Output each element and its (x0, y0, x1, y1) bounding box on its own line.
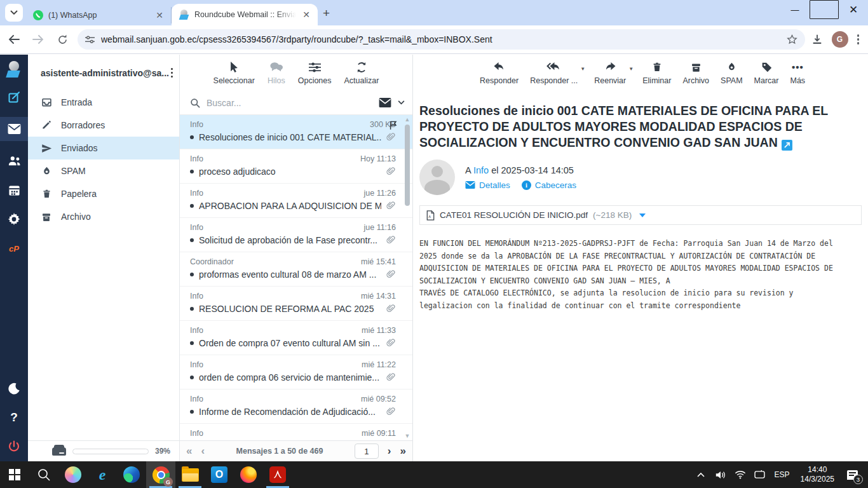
next-page-button[interactable]: › (388, 445, 391, 458)
refresh-button[interactable]: Actualizar (344, 61, 379, 85)
display-connect-icon[interactable] (752, 465, 768, 484)
last-page-button[interactable]: » (400, 445, 406, 458)
mark-button[interactable]: Marcar (754, 61, 779, 85)
scroll-down-icon[interactable]: ▼ (405, 433, 410, 439)
list-item[interactable]: Info300 KB Resoluciones de inicio 001 CA… (180, 115, 412, 149)
dark-mode-moon-icon[interactable] (0, 379, 28, 398)
mail-nav-icon[interactable] (0, 117, 28, 141)
attachment-menu-icon[interactable] (639, 214, 646, 217)
edge-button[interactable] (117, 461, 146, 488)
attachment-item[interactable]: A CATE01 RESOLUCIÓN DE INICIO.pdf (~218 … (419, 205, 862, 225)
file-explorer-button[interactable] (175, 461, 205, 488)
internet-explorer-button[interactable]: e (88, 461, 117, 488)
account-menu-icon[interactable] (171, 68, 173, 78)
help-icon[interactable]: ? (0, 408, 28, 427)
attachment-name[interactable]: CATE01 RESOLUCIÓN DE INICIO.pdf (440, 210, 588, 220)
url-text[interactable]: webmail.sanjuan.gob.ec/cpsess3265394567/… (101, 34, 780, 44)
search-scope-mail-icon[interactable] (379, 98, 391, 107)
back-button[interactable] (4, 29, 24, 50)
forward-mail-button[interactable]: Reenviar ▼ (594, 61, 626, 85)
minimize-button[interactable]: — (780, 0, 810, 19)
notification-center-button[interactable]: 3 (843, 465, 862, 484)
address-bar[interactable]: webmail.sanjuan.gob.ec/cpsess3265394567/… (78, 29, 805, 50)
bookmark-star-icon[interactable] (787, 34, 797, 45)
tab-close-icon[interactable]: ✕ (154, 10, 165, 20)
new-tab-button[interactable]: + (323, 6, 330, 20)
prev-page-button[interactable]: ‹ (201, 445, 205, 458)
select-button[interactable]: Seleccionar (214, 61, 255, 85)
reply-button[interactable]: Responder (480, 61, 519, 85)
logout-power-icon[interactable] (0, 437, 28, 456)
cpanel-icon[interactable]: cP (0, 239, 28, 258)
reload-button[interactable] (52, 29, 72, 50)
message-count: Mensajes 1 a 50 de 469 (214, 447, 346, 456)
chrome-button[interactable]: G (146, 461, 175, 488)
sidebar-item-borradores[interactable]: Borradores (28, 114, 179, 137)
page-number-input[interactable] (355, 444, 379, 459)
more-button[interactable]: ••• Más (790, 61, 805, 85)
archive-button[interactable]: Archivo (682, 61, 709, 85)
scrollbar-thumb[interactable] (405, 125, 410, 206)
browser-menu-icon[interactable] (857, 34, 860, 44)
start-button[interactable] (0, 461, 29, 488)
clock[interactable]: 14:40 14/3/2025 (797, 465, 838, 484)
paperclip-icon (386, 132, 396, 142)
tray-expand-chevron-icon[interactable] (693, 465, 709, 484)
list-scrollbar[interactable]: ▲ ▼ (403, 115, 412, 440)
list-item[interactable]: Infojue 11:26 APROBACION PARA LA ADQUISI… (180, 184, 412, 218)
list-item[interactable]: InfoHoy 11:13 proceso adjudicaco (180, 149, 412, 184)
details-toggle[interactable]: Detalles (465, 180, 510, 190)
spam-button[interactable]: SPAM (721, 61, 743, 85)
search-options-chevron-icon[interactable] (398, 100, 405, 105)
compose-icon[interactable] (0, 88, 28, 107)
reply-all-dropdown-icon[interactable]: ▼ (580, 66, 585, 72)
options-button[interactable]: Opciones (298, 61, 332, 85)
site-settings-icon[interactable] (85, 36, 95, 44)
recipient-link[interactable]: Info (473, 165, 489, 175)
paperclip-icon (386, 407, 396, 417)
flag-icon[interactable] (388, 120, 398, 130)
firefox-button[interactable] (234, 461, 263, 488)
reply-all-icon (546, 61, 562, 74)
download-icon[interactable] (811, 34, 823, 45)
list-item[interactable]: Infomié 11:22 orden de compra 06 servici… (180, 355, 412, 390)
volume-icon[interactable] (713, 465, 728, 484)
delete-button[interactable]: Eliminar (642, 61, 671, 85)
calendar-icon[interactable] (0, 180, 28, 200)
headers-toggle[interactable]: i Cabeceras (522, 180, 576, 190)
tab-search-button[interactable] (5, 4, 23, 22)
first-page-button[interactable]: « (186, 445, 192, 458)
close-window-button[interactable]: ✕ (839, 0, 868, 19)
forward-button[interactable] (28, 29, 48, 50)
copilot-button[interactable] (58, 461, 88, 488)
sidebar-item-spam[interactable]: SPAM (28, 159, 179, 182)
restore-button[interactable] (810, 0, 839, 19)
threads-button[interactable]: Hilos (268, 61, 285, 85)
scroll-up-icon[interactable]: ▲ (405, 116, 410, 123)
forward-dropdown-icon[interactable]: ▼ (628, 66, 634, 72)
list-item[interactable]: Infojue 11:16 Solicitud de aprobación de… (180, 218, 412, 252)
wifi-icon[interactable] (733, 465, 748, 484)
outlook-button[interactable]: O (205, 461, 234, 488)
language-indicator[interactable]: ESP (772, 470, 792, 479)
settings-gear-icon[interactable] (0, 210, 28, 229)
profile-avatar[interactable]: G (832, 31, 848, 48)
list-item[interactable]: Infomié 09:52 Informe de Recomendación d… (180, 390, 412, 424)
contacts-icon[interactable] (0, 151, 28, 170)
sidebar-item-enviados[interactable]: Enviados (28, 137, 179, 159)
reply-all-button[interactable]: Responder ... ▼ (530, 61, 578, 85)
sidebar-item-entrada[interactable]: Entrada (28, 91, 179, 114)
list-item[interactable]: Infomié 11:33 Orden de compra 07 evento … (180, 321, 412, 355)
list-item[interactable]: Infomié 14:31 RESOLUCION DE REFORMA AL P… (180, 287, 412, 321)
open-in-new-window-icon[interactable] (782, 140, 792, 151)
taskbar-search-button[interactable] (29, 461, 58, 488)
list-item[interactable]: Infomié 09:11 (180, 424, 412, 440)
sidebar-item-archivo[interactable]: Archivo (28, 205, 179, 228)
tab-close-icon[interactable]: ✕ (301, 10, 311, 20)
sidebar-item-papelera[interactable]: Papelera (28, 182, 179, 205)
list-item[interactable]: Coordinadormié 15:41 proformas evento cu… (180, 252, 412, 287)
tab-whatsapp[interactable]: (1) WhatsApp ✕ (25, 7, 172, 24)
search-input[interactable] (207, 98, 372, 108)
acrobat-button[interactable] (263, 461, 292, 488)
tab-roundcube[interactable]: Roundcube Webmail :: Enviados ✕ (172, 4, 318, 25)
